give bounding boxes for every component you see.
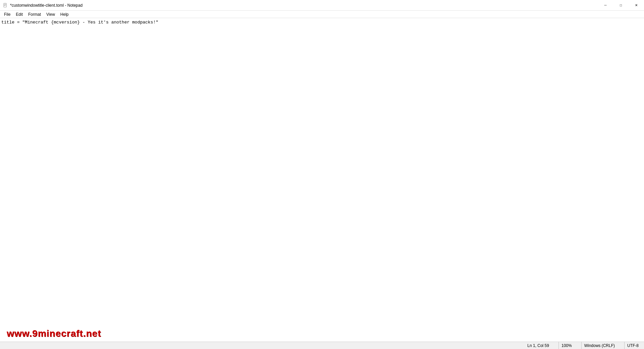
line-ending: Windows (CRLF) [581, 342, 618, 349]
svg-rect-1 [4, 3, 6, 4]
svg-rect-0 [4, 3, 7, 7]
menu-view[interactable]: View [44, 11, 58, 18]
minimize-button[interactable]: ─ [598, 0, 613, 11]
status-bar: Ln 1, Col 59 100% Windows (CRLF) UTF-8 [0, 342, 644, 349]
menu-edit[interactable]: Edit [13, 11, 25, 18]
title-bar-left: *customwindowtitle-client.toml - Notepad [3, 3, 83, 8]
cursor-position: Ln 1, Col 59 [525, 342, 552, 349]
notepad-icon [3, 3, 8, 8]
menu-file[interactable]: File [1, 11, 13, 18]
editor-container [0, 18, 644, 342]
encoding: UTF-8 [624, 342, 641, 349]
menu-bar: File Edit Format View Help [0, 11, 644, 18]
menu-format[interactable]: Format [25, 11, 44, 18]
maximize-button[interactable]: □ [613, 0, 629, 11]
zoom-level: 100% [558, 342, 575, 349]
menu-help[interactable]: Help [58, 11, 71, 18]
close-button[interactable]: ✕ [629, 0, 644, 11]
title-bar: *customwindowtitle-client.toml - Notepad… [0, 0, 644, 11]
window-title: *customwindowtitle-client.toml - Notepad [10, 3, 83, 8]
editor-textarea[interactable] [0, 18, 644, 342]
window-controls: ─ □ ✕ [598, 0, 644, 11]
